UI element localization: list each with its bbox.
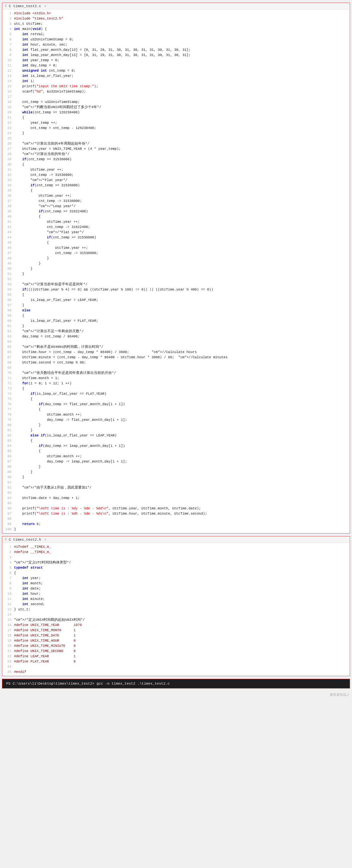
line-number: 67 bbox=[2, 355, 14, 360]
code-line: 31 UtcTime.year ++; bbox=[2, 167, 350, 172]
code-panel-c: C C timex_test2.c ∨ 1#include <stdio.h>2… bbox=[2, 3, 350, 533]
line-number: 24 bbox=[2, 664, 14, 669]
line-code: { bbox=[14, 407, 350, 412]
line-code: typedef struct bbox=[14, 565, 350, 570]
code-line: 93 bbox=[2, 490, 350, 495]
line-code: int hour; bbox=[14, 591, 350, 596]
code-line: 54 if((((UtcTime.year % 4) == 0) && ((Ut… bbox=[2, 287, 350, 292]
line-number: 61 bbox=[2, 323, 14, 329]
code-line: 20#define UNIX_TIME_MINIUTE 0 bbox=[2, 643, 350, 649]
code-line: 28 "cm">/*计算出当前的年份*/ bbox=[2, 151, 350, 157]
code-line: 5typedef struct bbox=[2, 565, 350, 570]
line-code: { bbox=[14, 292, 350, 298]
line-code: "cm">/*计算出当前的年份*/ bbox=[14, 151, 350, 157]
line-number: 15 bbox=[2, 617, 14, 622]
line-code: UtcTime.year ++; bbox=[14, 219, 350, 224]
line-number: 13 bbox=[2, 607, 14, 612]
line-number: 88 bbox=[2, 464, 14, 469]
panel-title-c: C timex_test2.c bbox=[9, 4, 41, 8]
line-number: 65 bbox=[2, 344, 14, 349]
code-line: 77 { bbox=[2, 407, 350, 412]
code-line: 43 "cm">/*Flat year*/ bbox=[2, 229, 350, 235]
code-line: 96 printf("\nUTC time is : %dy - %dm - %… bbox=[2, 506, 350, 511]
code-line: 63 day_temp = cnt_temp / 86400; bbox=[2, 334, 350, 339]
line-code: int second; bbox=[14, 601, 350, 607]
code-line: 4"cm">/*定义UTC时间结构体类型*/ bbox=[2, 560, 350, 565]
line-number: 60 bbox=[2, 318, 14, 323]
code-body-h: 1#ifndef __TIMEX_H_2#define __TIMEX_H_34… bbox=[2, 543, 350, 676]
code-line: 90 } bbox=[2, 474, 350, 480]
line-number: 14 bbox=[2, 79, 14, 84]
line-number: 2 bbox=[2, 16, 14, 21]
line-number: 40 bbox=[2, 214, 14, 219]
line-code: int minute; bbox=[14, 596, 350, 601]
line-code: is_leap_or_flat_year = LEAP_YEAR; bbox=[14, 298, 350, 303]
code-line: 22 year_temp ++; bbox=[2, 120, 350, 125]
line-number: 56 bbox=[2, 298, 14, 303]
line-code: { bbox=[14, 386, 350, 391]
line-code: cnt_temp -= 31536000; bbox=[14, 198, 350, 204]
code-line: 11 int day_temp = 0; bbox=[2, 63, 350, 68]
line-code: UtcTime.year ++; bbox=[14, 245, 350, 250]
line-number: 29 bbox=[2, 157, 14, 162]
line-code: "cm">/*依天数结合平年还是闰年查表计算出当前的月份*/ bbox=[14, 370, 350, 375]
code-line: 80 } bbox=[2, 423, 350, 428]
code-line: 55 { bbox=[2, 292, 350, 298]
line-code: "cm">/*由于天数从1开始，因此需要加1*/ bbox=[14, 485, 350, 490]
line-number: 5 bbox=[2, 32, 14, 37]
line-number: 68 bbox=[2, 360, 14, 365]
line-number: 52 bbox=[2, 277, 14, 282]
line-number: 25 bbox=[2, 669, 14, 675]
code-line: 27 UtcTime.year = UNIX_TIME_YEAR + (4 * … bbox=[2, 146, 350, 151]
line-code: return 0; bbox=[14, 522, 350, 527]
line-number: 6 bbox=[2, 37, 14, 42]
line-number: 95 bbox=[2, 501, 14, 506]
line-number: 22 bbox=[2, 120, 14, 125]
code-line: 47 cnt_temp -= 31536000; bbox=[2, 250, 350, 256]
line-number: 83 bbox=[2, 438, 14, 443]
line-number: 74 bbox=[2, 391, 14, 396]
code-line: 4int main(void) { bbox=[2, 26, 350, 32]
line-number: 47 bbox=[2, 250, 14, 256]
code-line: 3utc_t UtcTime; bbox=[2, 21, 350, 26]
line-code: #define FLAT_YEAR 0 bbox=[14, 659, 350, 664]
line-number: 55 bbox=[2, 292, 14, 298]
line-code: day_temp = cnt_temp / 86400; bbox=[14, 334, 350, 339]
line-number: 46 bbox=[2, 245, 14, 250]
line-number: 3 bbox=[2, 555, 14, 560]
code-line: 65 "cm">/*剩余不是86400s的时间戳，计算出时间*/ bbox=[2, 344, 350, 349]
line-number: 96 bbox=[2, 506, 14, 511]
line-number: 9 bbox=[2, 53, 14, 58]
code-line: 21 { bbox=[2, 115, 350, 120]
code-line: 44 if(cnt_temp >= 31536000) bbox=[2, 235, 350, 240]
code-line: 14 int i; bbox=[2, 79, 350, 84]
line-code: { bbox=[14, 162, 350, 167]
code-line: 18#define UNIX_TIME_DATE 1 bbox=[2, 633, 350, 638]
panel-header-h: C C timex_test2.h ∨ bbox=[2, 536, 350, 543]
line-number: 10 bbox=[2, 58, 14, 63]
line-code: int i; bbox=[14, 79, 350, 84]
code-line: 58 else bbox=[2, 308, 350, 313]
code-line: 17 bbox=[2, 94, 350, 99]
code-line: 39 if(cnt_temp >= 31622400) bbox=[2, 209, 350, 214]
code-line: 69 bbox=[2, 365, 350, 370]
panel-header-c: C C timex_test2.c ∨ bbox=[2, 3, 350, 9]
line-number: 22 bbox=[2, 654, 14, 659]
code-line: 52 bbox=[2, 277, 350, 282]
line-code: "cm">/*定义UNIX时间戳的起始UNIX时间*/ bbox=[14, 617, 350, 622]
code-line: 32 cnt_temp -= 31536000; bbox=[2, 172, 350, 178]
line-code: int year_temp = 0; bbox=[14, 58, 350, 63]
code-line: 9 int date; bbox=[2, 586, 350, 591]
line-code: else if(is_leap_or_flat_year == LEAP_YEA… bbox=[14, 433, 350, 438]
code-line: 66 UtcTime.hour = (cnt_temp - day_temp *… bbox=[2, 349, 350, 355]
line-code: "cm">/*判断当前UNIX时间戳经过了多少个4年*/ bbox=[14, 104, 350, 110]
line-code: { bbox=[14, 188, 350, 193]
line-code: UtcTime.year ++; bbox=[14, 167, 350, 172]
line-number: 92 bbox=[2, 485, 14, 490]
line-number: 89 bbox=[2, 469, 14, 474]
line-code: } bbox=[14, 266, 350, 271]
line-code: if(day_temp >= flat_year_month_day[i + 1… bbox=[14, 402, 350, 407]
line-number: 24 bbox=[2, 131, 14, 136]
code-line: 22#define LEAP_YEAR 1 bbox=[2, 654, 350, 659]
line-code: if(cnt_temp >= 31622400) bbox=[14, 209, 350, 214]
